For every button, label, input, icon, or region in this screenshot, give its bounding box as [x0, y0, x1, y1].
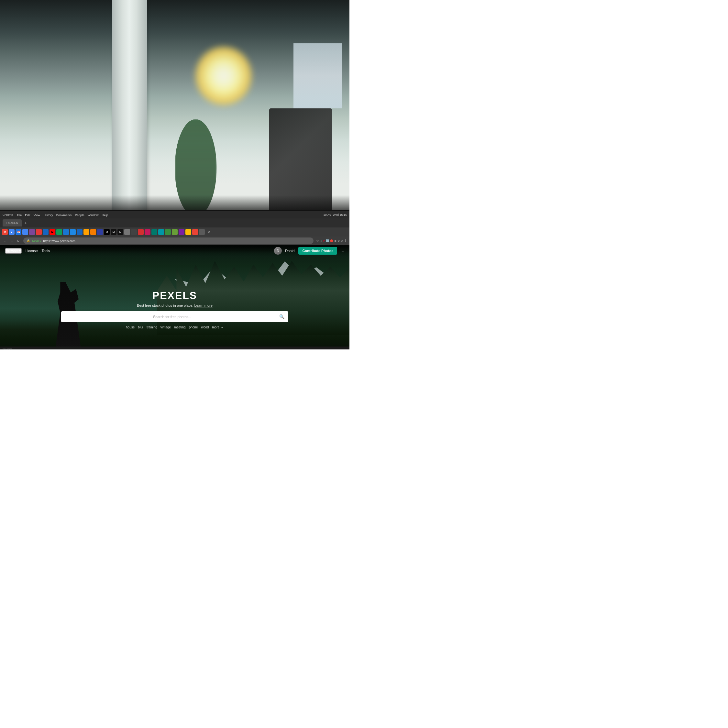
monitor-area: Chrome File Edit View History Bookmarks … — [0, 210, 349, 349]
icon-14[interactable] — [131, 229, 137, 235]
window-glow — [192, 43, 255, 109]
more-options-icon[interactable]: ··· — [340, 248, 344, 253]
clock: Wed 16:15 — [333, 213, 347, 216]
ext-icon-4[interactable]: ⚙ — [338, 239, 340, 242]
battery-percent: 100% — [324, 213, 331, 216]
icon-9[interactable] — [90, 229, 96, 235]
icon-1[interactable] — [22, 229, 28, 235]
pinterest-icon[interactable]: P — [323, 239, 325, 242]
menu-bookmarks[interactable]: Bookmarks — [56, 213, 72, 217]
refresh-button[interactable]: ↻ — [15, 238, 21, 243]
ext-icon-5[interactable]: ⊕ — [341, 239, 343, 242]
secure-icon: 🔒 — [26, 239, 30, 242]
more-dots[interactable]: ⋮ — [344, 239, 347, 242]
pexels-nav-left: Browse ▾ License Tools — [5, 248, 50, 254]
icon-19[interactable] — [165, 229, 171, 235]
icon-24[interactable] — [199, 229, 205, 235]
forward-button[interactable]: → — [9, 238, 14, 243]
menu-people[interactable]: People — [75, 213, 84, 217]
window-right — [294, 43, 342, 109]
user-name-label: Daniel — [285, 249, 295, 253]
icon-13[interactable] — [124, 229, 130, 235]
browse-button[interactable]: Browse ▾ — [5, 248, 22, 254]
icon-8[interactable] — [84, 229, 89, 235]
icon-15[interactable] — [138, 229, 144, 235]
pexels-nav-right: D Daniel Contribute Photos ··· — [274, 247, 344, 255]
bookmark-icon-1[interactable]: ◁ — [320, 239, 322, 242]
tag-blur[interactable]: blur — [138, 326, 143, 329]
star-icon[interactable]: ☆ — [316, 239, 319, 243]
browse-label: Browse — [6, 249, 18, 253]
icon-18[interactable] — [158, 229, 164, 235]
tag-house[interactable]: house — [126, 326, 135, 329]
back-button[interactable]: ← — [3, 238, 8, 243]
icon-21[interactable] — [179, 229, 184, 235]
address-bar: ← → ↻ 🔒 Secure https://www.pexels.com ☆ … — [0, 237, 349, 245]
icon-23[interactable] — [192, 229, 198, 235]
pexels-tagline: Best free stock photos in one place. Lea… — [61, 303, 288, 307]
menu-window[interactable]: Window — [88, 213, 99, 217]
medium-icon[interactable]: M — [104, 229, 110, 235]
icon-16[interactable] — [145, 229, 150, 235]
calendar-icon[interactable]: 📅 — [15, 229, 21, 235]
tag-wood[interactable]: wood — [201, 326, 209, 329]
icon-3[interactable] — [36, 229, 42, 235]
url-bar[interactable]: 🔒 Secure https://www.pexels.com — [23, 237, 314, 244]
tools-button[interactable]: Tools — [42, 249, 50, 253]
browser-chrome: Chrome File Edit View History Bookmarks … — [0, 211, 349, 245]
office-pillar — [112, 0, 147, 217]
drive-icon[interactable]: ▲ — [9, 229, 15, 235]
menu-history[interactable]: History — [43, 213, 53, 217]
new-tab-button[interactable]: + — [23, 220, 28, 225]
bottom-bar: Searches — [0, 347, 349, 349]
icon-22[interactable] — [185, 229, 191, 235]
icon-6[interactable] — [70, 229, 76, 235]
icon-20[interactable] — [172, 229, 177, 235]
contribute-photos-button[interactable]: Contribute Photos — [298, 247, 337, 255]
icon-5[interactable] — [63, 229, 69, 235]
ext-icon-1[interactable]: 🔢 — [326, 239, 329, 242]
search-placeholder: Search for free photos... — [65, 315, 279, 319]
sheets-icon[interactable] — [56, 229, 62, 235]
tag-more[interactable]: more → — [212, 326, 223, 329]
pexels-logo: PEXELS — [61, 290, 288, 301]
menu-help[interactable]: Help — [102, 213, 109, 217]
tag-phone[interactable]: phone — [189, 326, 198, 329]
system-bar-right: 100% Wed 16:15 — [324, 213, 347, 216]
icon-7[interactable] — [77, 229, 83, 235]
active-tab[interactable]: PEXELS — [3, 219, 22, 226]
secure-label: Secure — [32, 239, 41, 242]
icon-11[interactable]: M — [111, 229, 116, 235]
icon-4[interactable] — [43, 229, 49, 235]
toolbar-icons-bar: M ▲ 📅 ▶ M M M — [0, 228, 349, 237]
icon-17[interactable] — [151, 229, 157, 235]
ext-icon-2[interactable]: 🔴 — [330, 239, 333, 242]
youtube-icon[interactable]: ▶ — [49, 229, 55, 235]
gmail-icon[interactable]: M — [2, 229, 8, 235]
license-button[interactable]: License — [26, 249, 38, 253]
icon-10[interactable] — [97, 229, 103, 235]
menu-items: File Edit View History Bookmarks People … — [17, 213, 108, 217]
icon-12[interactable]: M — [118, 229, 123, 235]
tag-vintage[interactable]: vintage — [161, 326, 171, 329]
nav-buttons: ← → ↻ — [3, 238, 21, 243]
menu-edit[interactable]: Edit — [25, 213, 30, 217]
pexels-hero: Browse ▾ License Tools D Daniel Contribu… — [0, 245, 349, 349]
website-content: Browse ▾ License Tools D Daniel Contribu… — [0, 245, 349, 349]
menu-file[interactable]: File — [17, 213, 22, 217]
ext-icon-3[interactable]: ◉ — [334, 239, 336, 242]
icon-2[interactable] — [29, 229, 35, 235]
learn-more-link[interactable]: Learn more — [194, 303, 213, 307]
office-background — [0, 0, 349, 217]
search-bar[interactable]: Search for free photos... 🔍 — [61, 311, 288, 322]
tag-meeting[interactable]: meeting — [174, 326, 186, 329]
close-icon[interactable]: ✕ — [206, 229, 212, 235]
app-name-label: Chrome — [3, 213, 13, 216]
tag-training[interactable]: training — [147, 326, 157, 329]
system-bar: Chrome File Edit View History Bookmarks … — [0, 211, 349, 219]
menu-view[interactable]: View — [34, 213, 40, 217]
background-photo: Chrome File Edit View History Bookmarks … — [0, 0, 349, 349]
browser-tabs-bar: PEXELS + — [0, 219, 349, 228]
office-scene — [0, 0, 349, 217]
search-tags: house blur training vintage meeting phon… — [61, 326, 288, 329]
